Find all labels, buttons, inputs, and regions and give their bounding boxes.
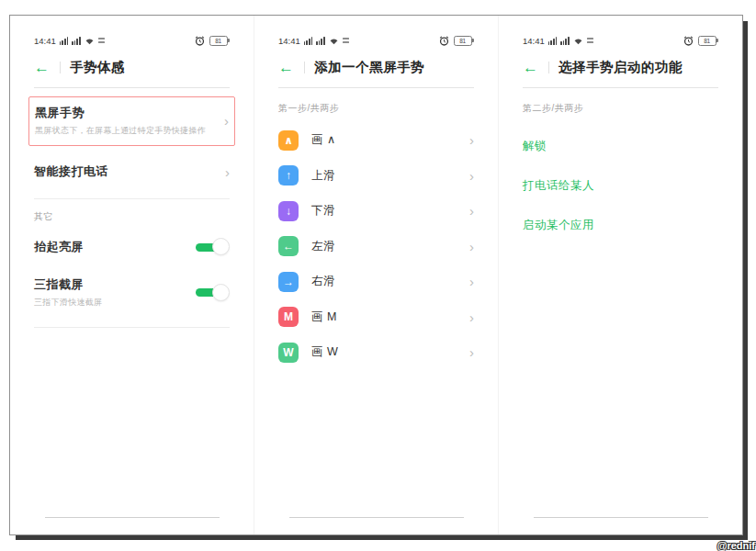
list-item-black-screen-gesture[interactable]: 黑屏手势 黑屏状态下，在屏幕上通过特定手势快捷操作 › (35, 105, 229, 137)
chevron-right-icon: › (469, 345, 474, 359)
letter-w-icon: W (278, 343, 299, 363)
step-indicator: 第二步/共两步 (523, 102, 718, 115)
section-divider (34, 327, 230, 328)
step-indicator: 第一步/共两步 (278, 102, 474, 115)
gesture-label: 下滑 (311, 203, 335, 219)
chevron-right-icon: › (469, 310, 474, 324)
gesture-item-draw-m[interactable]: M 画 M › (278, 307, 474, 327)
chevron-right-icon: › (469, 133, 474, 147)
gesture-item-swipe-left[interactable]: ← 左滑 › (278, 236, 474, 256)
battery-icon: 81 (698, 36, 718, 46)
section-header-other: 其它 (34, 210, 230, 223)
gesture-label: 右滑 (311, 274, 335, 289)
gesture-item-draw-w[interactable]: W 画 W › (278, 343, 474, 363)
status-bar: 14:41 81 (34, 34, 230, 47)
header-divider (523, 87, 718, 88)
gesture-label: 画 W (311, 344, 338, 360)
wifi-icon (573, 37, 583, 45)
chevron-right-icon: › (469, 204, 474, 218)
wifi-icon (329, 37, 339, 45)
three-finger-screenshot-toggle-on[interactable] (196, 284, 230, 302)
screen-gesture-motion: 14:41 81 ← 手势体感 黑屏手势 (10, 16, 254, 534)
alarm-icon (195, 36, 205, 46)
status-time: 14:41 (523, 36, 545, 46)
status-bar: 14:41 81 (278, 34, 474, 47)
battery-percent: 81 (209, 36, 228, 46)
page-title: 选择手势启动的功能 (559, 59, 683, 76)
battery-percent: 81 (454, 36, 472, 46)
option-call-someone[interactable]: 打电话给某人 (523, 178, 718, 194)
status-time: 14:41 (278, 36, 300, 46)
screenshot-collage-frame: 14:41 81 ← 手势体感 黑屏手势 (9, 15, 743, 535)
home-indicator (534, 517, 708, 518)
item-label: 三指截屏 (34, 276, 102, 293)
home-indicator (45, 517, 220, 518)
status-bar: 14:41 81 (523, 34, 718, 47)
page-title: 手势体感 (70, 59, 125, 76)
battery-percent: 81 (698, 36, 717, 46)
signal-sim2-icon (316, 37, 324, 45)
gesture-item-swipe-down[interactable]: ↓ 下滑 › (278, 201, 474, 221)
signal-sim1-icon (60, 37, 68, 45)
titlebar-divider (548, 62, 549, 73)
item-label: 黑屏手势 (35, 105, 206, 121)
option-launch-app[interactable]: 启动某个应用 (523, 218, 718, 233)
section-divider (34, 198, 230, 199)
raise-to-wake-toggle-on[interactable] (196, 238, 230, 256)
chevron-right-icon: › (225, 165, 230, 179)
arrow-left-icon: ← (278, 236, 299, 256)
signal-sim2-icon (560, 37, 569, 45)
status-time: 14:41 (34, 36, 56, 46)
wifi-icon (85, 37, 95, 45)
page-title: 添加一个黑屏手势 (314, 59, 424, 76)
network-speed-icon (98, 38, 105, 43)
back-arrow-icon[interactable]: ← (523, 60, 538, 76)
signal-sim1-icon (304, 37, 312, 45)
back-arrow-icon[interactable]: ← (34, 60, 50, 76)
screen-add-black-screen-gesture: 14:41 81 ← 添加一个黑屏手势 第一步/共两步 ∧ 画 (254, 16, 498, 534)
item-sublabel: 黑屏状态下，在屏幕上通过特定手势快捷操作 (35, 125, 206, 137)
titlebar-divider (60, 62, 61, 73)
chevron-right-icon: › (469, 169, 474, 183)
gesture-label: 左滑 (311, 239, 335, 254)
battery-icon: 81 (209, 36, 230, 46)
caret-up-icon: ∧ (278, 130, 299, 151)
titlebar-divider (304, 62, 305, 73)
watermark: @rednif (717, 540, 755, 551)
alarm-icon (439, 36, 449, 46)
gesture-item-swipe-right[interactable]: → 右滑 › (278, 272, 474, 292)
gesture-label: 画 M (311, 309, 337, 325)
option-unlock[interactable]: 解锁 (523, 139, 718, 154)
gesture-item-swipe-up[interactable]: ↑ 上滑 › (278, 165, 474, 186)
app-bar: ← 添加一个黑屏手势 (278, 59, 474, 76)
app-bar: ← 选择手势启动的功能 (523, 59, 718, 76)
item-sublabel: 三指下滑快速截屏 (34, 297, 102, 309)
item-label: 抬起亮屏 (34, 239, 84, 255)
chevron-right-icon: › (469, 275, 474, 288)
screen-select-gesture-function: 14:41 81 ← 选择手势启动的功能 第二步/共两步 解锁 打电话给某人 (498, 16, 742, 534)
chevron-right-icon: › (224, 114, 229, 128)
letter-m-icon: M (278, 307, 299, 327)
arrow-down-icon: ↓ (278, 201, 299, 221)
list-item-three-finger-screenshot[interactable]: 三指截屏 三指下滑快速截屏 (34, 276, 230, 309)
app-bar: ← 手势体感 (34, 59, 230, 76)
signal-sim2-icon (72, 37, 80, 45)
alarm-icon (683, 36, 694, 46)
back-arrow-icon[interactable]: ← (278, 60, 294, 76)
network-speed-icon (343, 38, 349, 43)
gesture-item-draw-caret[interactable]: ∧ 画 ∧ › (278, 130, 474, 151)
gesture-label: 画 ∧ (311, 132, 336, 148)
header-divider (34, 87, 230, 88)
list-item-smart-answer[interactable]: 智能接打电话 › (34, 163, 230, 180)
item-label: 智能接打电话 (34, 163, 108, 180)
arrow-up-icon: ↑ (278, 165, 299, 186)
highlight-box: 黑屏手势 黑屏状态下，在屏幕上通过特定手势快捷操作 › (28, 96, 235, 146)
arrow-right-icon: → (278, 272, 299, 292)
battery-icon: 81 (454, 36, 474, 46)
header-divider (278, 87, 474, 88)
signal-sim1-icon (548, 37, 557, 45)
network-speed-icon (587, 38, 593, 43)
list-item-raise-to-wake[interactable]: 抬起亮屏 (34, 238, 230, 256)
chevron-right-icon: › (469, 240, 474, 253)
home-indicator (289, 517, 464, 518)
